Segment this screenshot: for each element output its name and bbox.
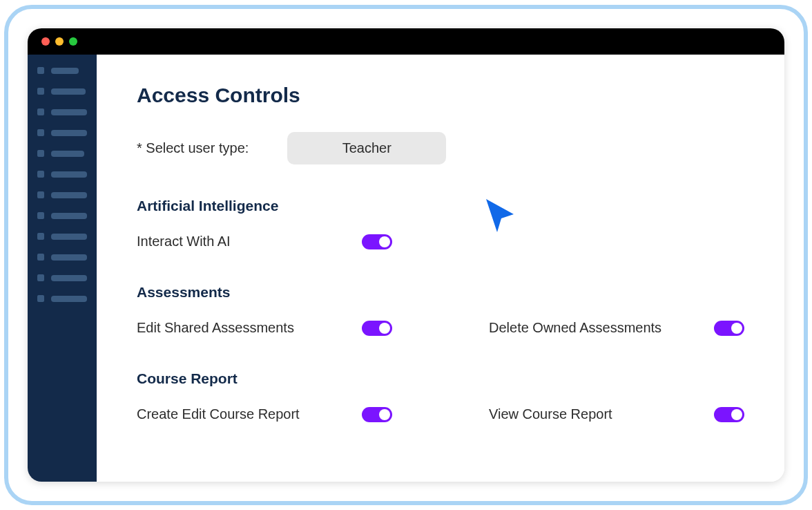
window: Access Controls * Select user type: Teac… bbox=[28, 28, 784, 482]
title-bar bbox=[28, 28, 784, 55]
ai-options: Interact With AI bbox=[137, 234, 744, 249]
sidebar-icon bbox=[37, 108, 44, 115]
edit-shared-toggle[interactable] bbox=[362, 321, 392, 336]
option-create-edit-report: Create Edit Course Report bbox=[137, 406, 392, 422]
view-report-label: View Course Report bbox=[489, 406, 612, 422]
sidebar-item[interactable] bbox=[37, 171, 87, 178]
sidebar-item[interactable] bbox=[37, 212, 87, 219]
sidebar-icon bbox=[37, 67, 44, 74]
option-delete-owned: Delete Owned Assessments bbox=[489, 320, 744, 336]
sidebar-icon bbox=[37, 150, 44, 157]
view-report-toggle[interactable] bbox=[714, 407, 744, 422]
sidebar-icon bbox=[37, 274, 44, 281]
delete-owned-label: Delete Owned Assessments bbox=[489, 320, 661, 336]
minimize-icon[interactable] bbox=[55, 37, 64, 46]
section-title-ai: Artificial Intelligence bbox=[137, 193, 744, 214]
outer-frame: Access Controls * Select user type: Teac… bbox=[4, 5, 808, 505]
content: Access Controls * Select user type: Teac… bbox=[97, 55, 784, 482]
user-type-select[interactable]: Teacher bbox=[287, 132, 446, 164]
sidebar-item[interactable] bbox=[37, 67, 87, 74]
sidebar-icon bbox=[37, 171, 44, 178]
delete-owned-toggle[interactable] bbox=[714, 321, 744, 336]
sidebar bbox=[28, 55, 97, 482]
course-report-options: Create Edit Course Report View Course Re… bbox=[137, 406, 744, 422]
interact-ai-toggle[interactable] bbox=[362, 234, 392, 249]
sidebar-icon bbox=[37, 254, 44, 261]
interact-ai-label: Interact With AI bbox=[137, 234, 231, 249]
sidebar-item[interactable] bbox=[37, 191, 87, 198]
sidebar-item[interactable] bbox=[37, 274, 87, 281]
sidebar-item[interactable] bbox=[37, 233, 87, 240]
user-type-row: * Select user type: Teacher bbox=[137, 132, 744, 164]
sidebar-item[interactable] bbox=[37, 150, 87, 157]
section-title-course-report: Course Report bbox=[137, 366, 744, 387]
maximize-icon[interactable] bbox=[69, 37, 77, 46]
option-interact-ai: Interact With AI bbox=[137, 234, 392, 249]
page-title: Access Controls bbox=[137, 84, 744, 107]
sidebar-icon bbox=[37, 212, 44, 219]
close-icon[interactable] bbox=[41, 37, 50, 46]
assessments-options: Edit Shared Assessments Delete Owned Ass… bbox=[137, 320, 744, 336]
option-view-report: View Course Report bbox=[489, 406, 744, 422]
sidebar-item[interactable] bbox=[37, 295, 87, 302]
select-user-label: * Select user type: bbox=[137, 140, 249, 156]
create-edit-report-toggle[interactable] bbox=[362, 407, 392, 422]
sidebar-item[interactable] bbox=[37, 88, 87, 95]
sidebar-icon bbox=[37, 129, 44, 136]
sidebar-item[interactable] bbox=[37, 108, 87, 115]
sidebar-icon bbox=[37, 88, 44, 95]
create-edit-report-label: Create Edit Course Report bbox=[137, 406, 300, 422]
sidebar-item[interactable] bbox=[37, 129, 87, 136]
section-title-assessments: Assessments bbox=[137, 280, 744, 301]
edit-shared-label: Edit Shared Assessments bbox=[137, 320, 294, 336]
sidebar-icon bbox=[37, 191, 44, 198]
option-edit-shared: Edit Shared Assessments bbox=[137, 320, 392, 336]
sidebar-item[interactable] bbox=[37, 254, 87, 261]
sidebar-icon bbox=[37, 295, 44, 302]
app-body: Access Controls * Select user type: Teac… bbox=[28, 55, 784, 482]
sidebar-icon bbox=[37, 233, 44, 240]
